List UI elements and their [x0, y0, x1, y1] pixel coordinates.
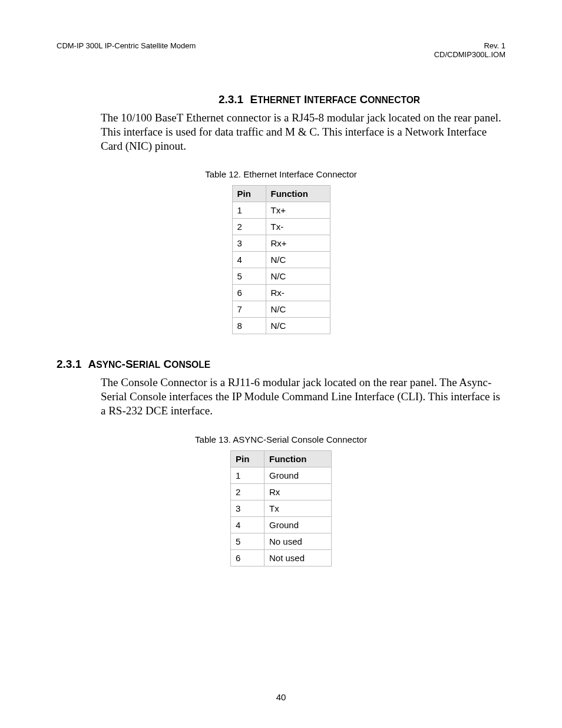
cell-pin: 6 — [231, 549, 265, 566]
page-number: 40 — [0, 692, 562, 702]
th-function: Function — [265, 450, 332, 467]
header-rev: Rev. 1 — [434, 41, 505, 50]
cell-function: N/C — [266, 301, 330, 318]
th-pin: Pin — [231, 450, 265, 467]
table-row: 1Tx+ — [232, 202, 330, 219]
table-row: 6Rx- — [232, 285, 330, 301]
async-pinout-table: Pin Function 1Ground 2Rx 3Tx 4Ground 5No… — [230, 450, 332, 566]
table-row: 1Ground — [231, 467, 332, 483]
cell-function: Tx- — [266, 219, 330, 235]
cell-pin: 5 — [232, 268, 266, 285]
section-number: 2.3.1 — [57, 358, 81, 370]
th-function: Function — [266, 186, 330, 202]
table-row: 7N/C — [232, 301, 330, 318]
cell-function: Ground — [265, 467, 332, 483]
cell-pin: 3 — [232, 235, 266, 252]
section2-body: The Console Connector is a RJ11-6 modula… — [101, 375, 505, 417]
cell-pin: 4 — [232, 252, 266, 268]
cell-function: N/C — [266, 268, 330, 285]
cell-pin: 1 — [232, 202, 266, 219]
table-row: 5No used — [231, 533, 332, 549]
table13-caption: Table 13. ASYNC-Serial Console Connector — [57, 434, 505, 444]
cell-pin: 2 — [232, 219, 266, 235]
section-heading-async: 2.3.1 ASYNC-SERIAL CONSOLE — [57, 358, 505, 371]
cell-function: Not used — [265, 549, 332, 566]
cell-pin: 4 — [231, 516, 265, 533]
table-row: 3Tx — [231, 500, 332, 516]
table-header-row: Pin Function — [232, 186, 330, 202]
cell-pin: 2 — [231, 483, 265, 500]
cell-function: Rx+ — [266, 235, 330, 252]
cell-function: Rx — [265, 483, 332, 500]
cell-pin: 1 — [231, 467, 265, 483]
table-row: 3Rx+ — [232, 235, 330, 252]
table-row: 5N/C — [232, 268, 330, 285]
cell-function: No used — [265, 533, 332, 549]
cell-pin: 8 — [232, 318, 266, 334]
section-title: ETHERNET INTERFACE CONNECTOR — [250, 93, 420, 106]
cell-function: Rx- — [266, 285, 330, 301]
table-row: 2Rx — [231, 483, 332, 500]
cell-function: Tx+ — [266, 202, 330, 219]
table-row: 8N/C — [232, 318, 330, 334]
table-row: 4N/C — [232, 252, 330, 268]
table-row: 4Ground — [231, 516, 332, 533]
table-header-row: Pin Function — [231, 450, 332, 467]
section-title: ASYNC-SERIAL CONSOLE — [88, 358, 211, 370]
section-heading-ethernet: 2.3.1 ETHERNET INTERFACE CONNECTOR — [133, 93, 505, 106]
th-pin: Pin — [232, 186, 266, 202]
cell-pin: 3 — [231, 500, 265, 516]
section-number: 2.3.1 — [219, 93, 243, 106]
cell-function: N/C — [266, 252, 330, 268]
table-row: 2Tx- — [232, 219, 330, 235]
table12-caption: Table 12. Ethernet Interface Connector — [57, 169, 505, 179]
section1-body: The 10/100 BaseT Ethernet connector is a… — [101, 111, 505, 153]
ethernet-pinout-table: Pin Function 1Tx+ 2Tx- 3Rx+ 4N/C 5N/C 6R… — [232, 185, 330, 334]
cell-function: Ground — [265, 516, 332, 533]
page-header: CDM-IP 300L IP-Centric Satellite Modem R… — [57, 41, 505, 59]
header-left: CDM-IP 300L IP-Centric Satellite Modem — [57, 41, 196, 59]
cell-pin: 6 — [232, 285, 266, 301]
cell-pin: 5 — [231, 533, 265, 549]
header-doc-id: CD/CDMIP300L.IOM — [434, 50, 505, 59]
cell-pin: 7 — [232, 301, 266, 318]
table-row: 6Not used — [231, 549, 332, 566]
header-right: Rev. 1 CD/CDMIP300L.IOM — [434, 41, 505, 59]
cell-function: N/C — [266, 318, 330, 334]
cell-function: Tx — [265, 500, 332, 516]
